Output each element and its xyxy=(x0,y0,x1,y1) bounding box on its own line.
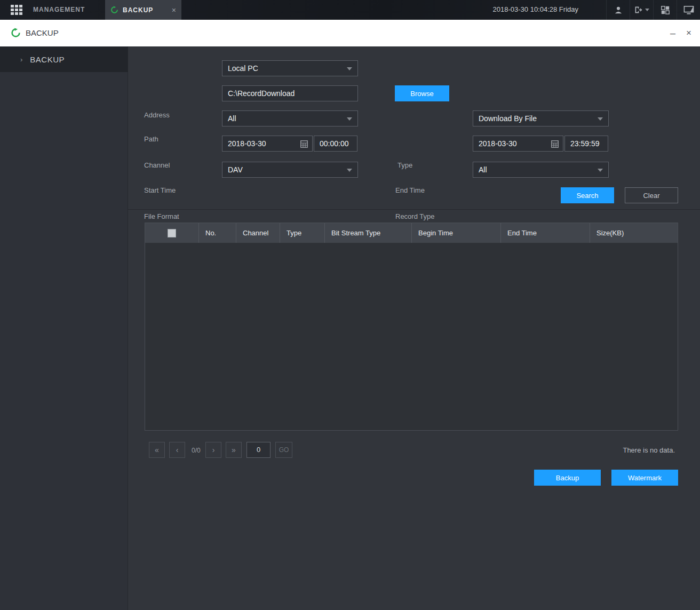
apps-grid-icon[interactable] xyxy=(11,5,22,15)
browse-button[interactable]: Browse xyxy=(395,85,449,101)
file-format-select[interactable]: DAV xyxy=(222,162,358,178)
address-value: Local PC xyxy=(228,64,258,73)
tab-close-icon[interactable]: × xyxy=(172,6,176,14)
start-time-input[interactable]: 00:00:00 xyxy=(314,136,357,152)
prev-page-button[interactable]: ‹ xyxy=(169,442,185,458)
page-number-input[interactable]: 0 xyxy=(246,442,271,458)
table-header-checkbox-cell xyxy=(145,223,198,243)
page-count-text: 0/0 xyxy=(192,447,201,454)
clock-text: 2018-03-30 10:04:28 Friday xyxy=(493,5,578,13)
type-value: Download By File xyxy=(479,114,537,123)
backup-window-icon xyxy=(11,28,21,38)
next-page-button[interactable]: › xyxy=(205,442,221,458)
select-all-checkbox[interactable] xyxy=(168,229,176,237)
backup-app-icon xyxy=(110,6,118,14)
watermark-button[interactable]: Watermark xyxy=(611,470,678,486)
last-page-button[interactable]: » xyxy=(226,442,242,458)
taskbar: MANAGEMENT BACKUP × 2018-03-30 10:04:28 … xyxy=(0,0,700,20)
table-body-empty xyxy=(145,243,678,431)
file-format-label: File Format xyxy=(144,212,179,220)
search-button[interactable]: Search xyxy=(561,187,614,203)
start-time-label: Start Time xyxy=(144,186,176,194)
channel-select[interactable]: All xyxy=(222,110,358,126)
table-header-bitstream: Bit Stream Type xyxy=(324,223,411,243)
main-content: Address Path Channel Start Time File For… xyxy=(128,46,700,610)
table-header-no: No. xyxy=(198,223,236,243)
calendar-icon[interactable] xyxy=(300,140,308,148)
address-label: Address xyxy=(144,111,170,119)
end-time-input[interactable]: 23:59:59 xyxy=(564,136,608,152)
start-date-input[interactable]: 2018-03-30 xyxy=(222,136,313,152)
start-date-value: 2018-03-30 xyxy=(228,139,266,148)
sidebar-item-label: BACKUP xyxy=(30,55,65,64)
chevron-down-icon xyxy=(347,117,352,121)
table-header-size: Size(KB) xyxy=(590,223,678,243)
minimize-icon[interactable]: – xyxy=(667,26,679,40)
window-title: BACKUP xyxy=(26,28,59,37)
channel-value: All xyxy=(228,114,236,123)
sidebar: › BACKUP xyxy=(0,46,128,610)
chevron-down-icon xyxy=(347,67,352,70)
first-page-button[interactable]: « xyxy=(149,442,165,458)
start-time-value: 00:00:00 xyxy=(320,139,349,148)
screen: MANAGEMENT BACKUP × 2018-03-30 10:04:28 … xyxy=(0,0,700,610)
address-select[interactable]: Local PC xyxy=(222,60,358,76)
end-date-value: 2018-03-30 xyxy=(479,139,517,148)
path-value: C:\RecordDownload xyxy=(228,89,295,98)
close-icon[interactable]: × xyxy=(683,26,695,40)
file-format-value: DAV xyxy=(228,165,243,174)
taskbar-icons xyxy=(606,0,700,20)
record-type-value: All xyxy=(479,165,487,174)
no-data-text: There is no data. xyxy=(623,446,675,454)
backup-button[interactable]: Backup xyxy=(534,470,601,486)
type-select[interactable]: Download By File xyxy=(473,110,609,126)
user-icon[interactable] xyxy=(606,0,630,20)
devices-grid-icon[interactable] xyxy=(653,0,677,20)
calendar-icon[interactable] xyxy=(551,140,559,148)
type-label: Type xyxy=(397,161,412,169)
management-tab[interactable]: MANAGEMENT xyxy=(33,6,85,13)
chevron-down-icon xyxy=(598,169,603,172)
backup-taskbar-tab[interactable]: BACKUP × xyxy=(105,0,181,20)
path-label: Path xyxy=(144,135,158,143)
results-table: No. Channel Type Bit Stream Type Begin T… xyxy=(145,223,678,431)
logout-icon[interactable] xyxy=(630,0,653,20)
sidebar-item-backup[interactable]: › BACKUP xyxy=(0,47,128,72)
table-header-row: No. Channel Type Bit Stream Type Begin T… xyxy=(145,223,678,243)
table-header-type: Type xyxy=(280,223,324,243)
table-header-channel: Channel xyxy=(236,223,280,243)
chevron-right-icon: › xyxy=(20,56,22,64)
monitor-icon[interactable] xyxy=(677,0,700,20)
chevron-down-icon xyxy=(645,9,649,11)
section-divider xyxy=(128,209,700,210)
table-header-begin: Begin Time xyxy=(411,223,500,243)
channel-label: Channel xyxy=(144,161,170,169)
end-time-value: 23:59:59 xyxy=(570,139,600,148)
table-header-end: End Time xyxy=(500,223,590,243)
record-type-select[interactable]: All xyxy=(473,162,609,178)
taskbar-tab-label: BACKUP xyxy=(123,6,172,14)
window-titlebar: BACKUP – × xyxy=(0,20,700,46)
path-input[interactable]: C:\RecordDownload xyxy=(222,85,358,101)
record-type-label: Record Type xyxy=(395,212,434,220)
chevron-down-icon xyxy=(598,117,603,121)
end-time-label: End Time xyxy=(395,186,425,194)
go-button[interactable]: GO xyxy=(275,442,292,458)
end-date-input[interactable]: 2018-03-30 xyxy=(473,136,563,152)
clear-button[interactable]: Clear xyxy=(625,187,678,203)
chevron-down-icon xyxy=(347,169,352,172)
